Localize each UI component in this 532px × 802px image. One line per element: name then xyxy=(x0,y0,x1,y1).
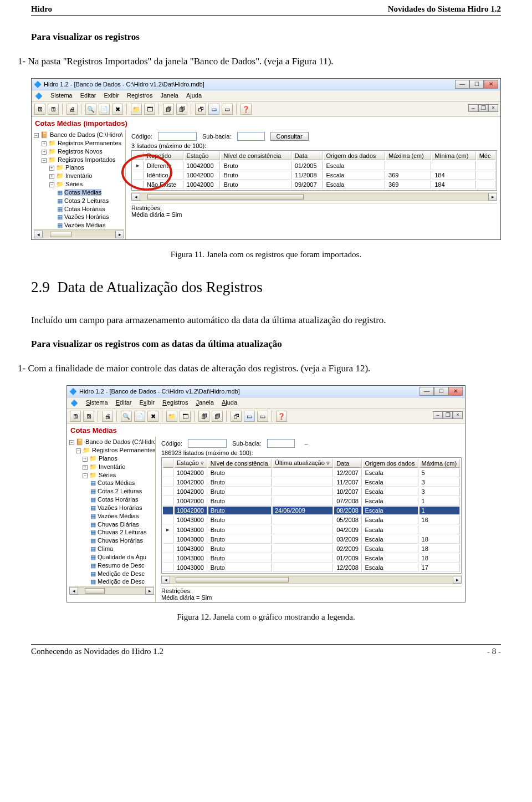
mdi-restore-button[interactable]: ❐ xyxy=(478,104,488,112)
maximize-button[interactable]: ☐ xyxy=(434,387,448,396)
menu-editar[interactable]: Editar xyxy=(80,92,96,100)
tree-node[interactable]: Medição de Desc xyxy=(98,570,145,577)
table-row-selected[interactable]: 10042000Bruto24/06/200908/2008Escala1 xyxy=(163,507,460,515)
tree-node[interactable]: Qualidade da Águ xyxy=(98,554,146,560)
menu-janela[interactable]: Janela xyxy=(196,399,214,407)
toolbar-button[interactable]: 🖺 xyxy=(83,411,94,422)
tree-node[interactable]: Vazões Horárias xyxy=(98,504,142,511)
toolbar-button[interactable]: 📁 xyxy=(131,104,142,115)
table-row[interactable]: Idêntico10042000Bruto11/2008Escala369184 xyxy=(133,171,495,180)
toolbar-button[interactable]: ❓ xyxy=(276,411,287,422)
toolbar-button[interactable]: 🗐 xyxy=(198,411,209,422)
table-row[interactable]: Não Existe10042000Bruto09/2007Escala3691… xyxy=(133,181,495,189)
data-grid[interactable]: Repetido Estação Nível de consistência D… xyxy=(131,150,497,191)
tree-node[interactable]: Inventário xyxy=(65,172,92,179)
col-header[interactable]: Origem dos dados xyxy=(324,152,385,160)
minimize-button[interactable]: — xyxy=(420,387,434,396)
menu-ajuda[interactable]: Ajuda xyxy=(186,92,202,100)
tree-node[interactable]: Vazões Horárias xyxy=(64,213,109,220)
tree-node[interactable]: Registros Novos xyxy=(58,148,103,155)
tree-node[interactable]: Chuvas 2 Leituras xyxy=(98,529,147,535)
col-header[interactable]: Data xyxy=(293,152,323,160)
subbacia-input[interactable] xyxy=(267,439,295,448)
mdi-minimize-button[interactable]: – xyxy=(468,104,478,112)
tree-node[interactable]: Banco de Dados (C:\Hidro\ xyxy=(50,131,122,138)
toolbar-button[interactable]: ✖ xyxy=(112,104,123,115)
scroll-left-icon[interactable]: ◂ xyxy=(69,587,78,595)
tree-node[interactable]: Banco de Dados (C:\Hidro v1 xyxy=(85,438,156,445)
col-header[interactable]: Estação xyxy=(185,152,221,160)
tree-node-selected[interactable]: Cotas Médias xyxy=(64,189,101,196)
col-header[interactable]: Data xyxy=(334,459,361,468)
tree-node[interactable]: Registros Permanentes xyxy=(92,447,156,453)
tree-node[interactable]: Cotas Horárias xyxy=(64,206,105,212)
table-row[interactable]: ▸ Diferente10042000Bruto01/2005Escala xyxy=(133,161,495,170)
menu-ajuda[interactable]: Ajuda xyxy=(222,399,237,407)
col-header[interactable]: Méc xyxy=(477,152,495,160)
table-row[interactable]: 10042000Bruto12/2007Escala5 xyxy=(163,469,460,477)
scroll-right-icon[interactable]: ▸ xyxy=(115,231,124,238)
tree-node[interactable]: Inventário xyxy=(99,463,125,470)
toolbar-button[interactable]: ❓ xyxy=(241,104,252,115)
toolbar-button[interactable]: ▭ xyxy=(257,411,268,422)
minimize-button[interactable]: — xyxy=(455,80,469,89)
menu-exibir[interactable]: Exibir xyxy=(140,399,155,407)
menu-sistema[interactable]: Sistema xyxy=(86,399,108,407)
tree-pane[interactable]: −📔 Banco de Dados (C:\Hidro v1 −📁 Regist… xyxy=(67,437,156,602)
scroll-right-icon[interactable]: ▸ xyxy=(453,576,462,584)
menu-janela[interactable]: Janela xyxy=(160,92,178,100)
toolbar-button[interactable]: 🗐 xyxy=(212,411,223,422)
toolbar-button[interactable]: 🗐 xyxy=(176,104,187,115)
grid-h-scroll[interactable]: ◂ ▸ xyxy=(131,192,497,201)
menu-sistema[interactable]: Sistema xyxy=(50,92,73,100)
menu-registros[interactable]: Registros xyxy=(127,92,152,100)
tree-node[interactable]: Cotas 2 Leituras xyxy=(64,197,109,204)
close-button[interactable]: ✕ xyxy=(484,80,498,89)
toolbar-button[interactable]: 🖺 xyxy=(48,104,59,115)
tree-node[interactable]: Cotas 2 Leituras xyxy=(98,488,142,494)
toolbar-button[interactable]: ▭ xyxy=(208,104,219,115)
mdi-close-button[interactable]: × xyxy=(453,411,463,419)
tree-node[interactable]: Vazões Médias xyxy=(98,513,139,519)
toolbar-button[interactable]: 📄 xyxy=(134,411,145,422)
menu-exibir[interactable]: Exibir xyxy=(104,92,120,100)
toolbar-button[interactable]: 🗐 xyxy=(163,104,174,115)
col-header[interactable]: Mínima (cm) xyxy=(432,152,475,160)
tree-node[interactable]: Planos xyxy=(99,455,117,462)
tree-node[interactable]: Cotas Médias xyxy=(98,479,135,486)
table-row[interactable]: 10043000Bruto12/2008Escala17 xyxy=(163,564,460,572)
toolbar-button[interactable]: 🔍 xyxy=(121,411,132,422)
scroll-left-icon[interactable]: ◂ xyxy=(131,193,140,201)
mdi-close-button[interactable]: × xyxy=(488,104,498,112)
scroll-right-icon[interactable]: ▸ xyxy=(145,587,154,595)
tree-node[interactable]: Séries xyxy=(65,181,83,187)
maximize-button[interactable]: ☐ xyxy=(469,80,484,89)
toolbar-button[interactable]: 🖺 xyxy=(70,411,81,422)
toolbar-button[interactable]: 🖨 xyxy=(102,411,113,422)
toolbar-button[interactable]: 🖺 xyxy=(34,104,45,115)
mdi-restore-button[interactable]: ❐ xyxy=(443,411,453,419)
tree-node[interactable]: Vazões Médias xyxy=(64,222,105,228)
grid-h-scroll[interactable]: ◂ ▸ xyxy=(161,575,462,584)
close-button[interactable]: ✕ xyxy=(448,387,463,396)
consultar-button[interactable]: Consultar xyxy=(270,132,309,141)
toolbar-button[interactable]: 📁 xyxy=(166,411,177,422)
table-row[interactable]: 10043000Bruto03/2009Escala18 xyxy=(163,535,460,544)
toolbar-button[interactable]: ▭ xyxy=(244,411,255,422)
toolbar-button[interactable]: ✖ xyxy=(147,411,158,422)
tree-node[interactable]: Chuvas Horárias xyxy=(98,537,143,544)
table-row[interactable]: 10042000Bruto11/2007Escala3 xyxy=(163,478,460,487)
toolbar-button[interactable]: 🗗 xyxy=(231,411,242,422)
toolbar-button[interactable]: 🔍 xyxy=(85,104,96,115)
col-header[interactable]: Estação ▿ xyxy=(175,459,207,468)
toolbar-button[interactable]: 🖨 xyxy=(66,104,78,115)
menu-editar[interactable]: Editar xyxy=(116,399,132,407)
table-row[interactable]: 10043000Bruto05/2008Escala16 xyxy=(163,516,460,524)
col-header[interactable]: Nível de consistência xyxy=(208,459,272,468)
toolbar-button[interactable]: 📄 xyxy=(99,104,110,115)
table-row[interactable]: 10042000Bruto07/2008Escala1 xyxy=(163,497,460,505)
toolbar-button[interactable]: 🗔 xyxy=(180,411,191,422)
col-header[interactable]: Origem dos dados xyxy=(363,459,418,468)
tree-node[interactable]: Medição de Desc xyxy=(98,578,145,585)
tree-pane[interactable]: −📔 Banco de Dados (C:\Hidro\ +📁 Registro… xyxy=(32,130,126,239)
